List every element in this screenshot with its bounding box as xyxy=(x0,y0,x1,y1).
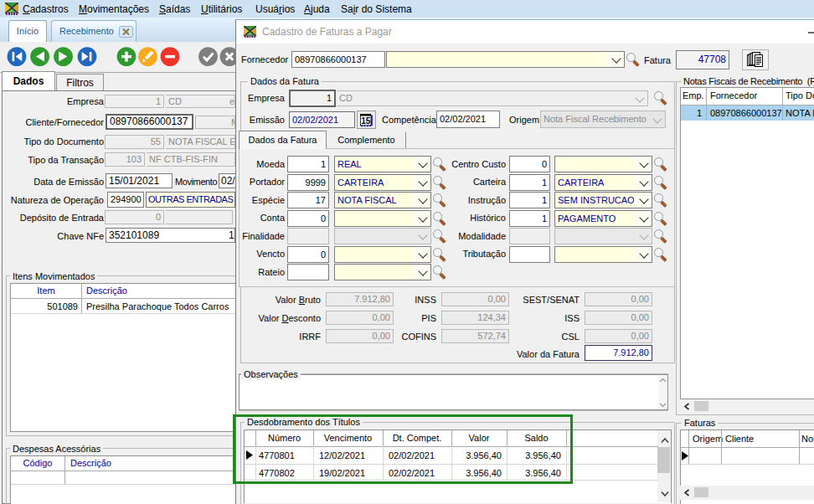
svg-text:15: 15 xyxy=(361,116,371,126)
